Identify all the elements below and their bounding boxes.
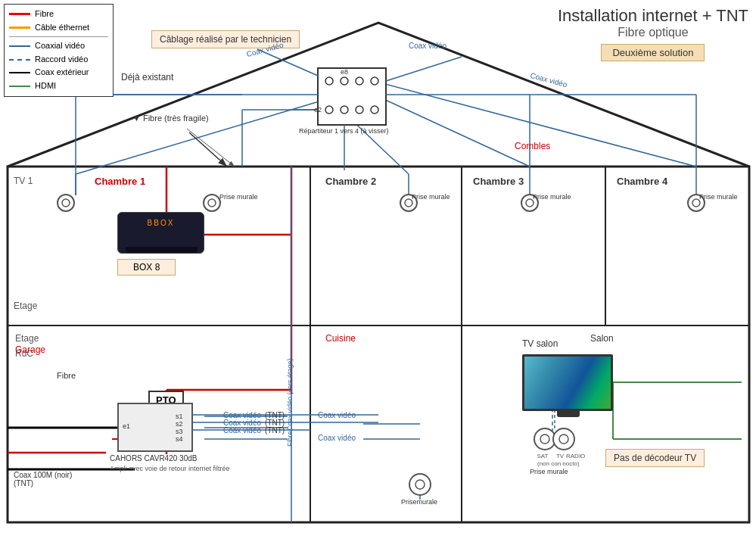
svg-line-51 (386, 57, 462, 81)
legend-label-ethernet: Câble éthernet (35, 21, 89, 35)
legend-item-ethernet: Câble éthernet (9, 21, 108, 35)
raccord-line-icon (9, 59, 30, 61)
no-decoder: Pas de décodeur TV (605, 449, 705, 467)
s1-label: s1 (176, 413, 183, 420)
main-canvas: VR e1 (0, 0, 756, 542)
legend: Fibre Câble éthernet Coaxial vidéo Racco… (4, 4, 114, 97)
svg-line-90 (187, 129, 235, 167)
prise-murale-ch3: Prise murale (533, 193, 571, 201)
legend-item-fibre: Fibre (9, 8, 108, 21)
solution-badge: Deuxième solution (601, 44, 705, 61)
coax-line-icon (9, 45, 30, 47)
chambre4-label: Chambre 4 (617, 176, 667, 187)
svg-point-58 (208, 199, 216, 207)
s4-label: s4 (176, 435, 183, 443)
legend-label-hdmi: HDMI (35, 79, 56, 93)
s3-label: s3 (176, 428, 183, 435)
chambre3-label: Chambre 3 (473, 176, 524, 187)
svg-point-68 (559, 435, 568, 444)
svg-line-19 (382, 83, 696, 167)
svg-rect-35 (318, 68, 386, 125)
etage-bottom-label: Etage (14, 301, 37, 311)
cahors-sub-label: Ampli avec voie de retour internet filtr… (110, 465, 230, 472)
coax-tnt-s3: Coax vidéo (223, 426, 261, 435)
tv-screen-content (524, 357, 611, 409)
fibre-line-icon (9, 13, 30, 15)
legend-item-hdmi: HDMI (9, 79, 108, 93)
tv-screen (522, 354, 613, 411)
fibre-label-garage: Fibre (57, 371, 76, 380)
distributor-label: Répartiteur 1 vers 4 (à visser) (299, 127, 405, 135)
cahors-label: CAHORS CAVR420 30dB (110, 454, 197, 463)
tnt-s3: (TNT) (265, 426, 285, 435)
tv1-label: TV 1 (14, 176, 33, 186)
svg-point-66 (540, 435, 549, 444)
box8-label: BOX 8 (117, 259, 176, 276)
coax-video-cuisine-1: Coax vidéo (318, 411, 356, 419)
e1-label: e1 (123, 422, 130, 430)
e8-label: e8 (341, 68, 348, 76)
title-sub: Fibre optique (558, 26, 748, 39)
legend-label-fibre: Fibre (35, 8, 54, 21)
box8-device: BBOX (117, 212, 204, 254)
legend-divider (9, 36, 108, 37)
title-box: Installation internet + TNT Fibre optiqu… (558, 6, 748, 61)
fibre-fragile-label: ▼ Fibre (très fragile) (132, 114, 209, 123)
svg-point-70 (415, 480, 425, 489)
tv-label: TV (552, 453, 568, 459)
s2-label: s2 (176, 420, 183, 428)
tv-salon-label: TV salon (522, 338, 558, 349)
coax-video-top-label: Coax vidéo (409, 42, 446, 50)
e2-label: e2 (314, 106, 322, 114)
prise-murale-ch2: Prise murale (412, 193, 450, 201)
legend-item-raccord: Raccord vidéo (9, 53, 108, 67)
svg-line-29 (189, 132, 227, 167)
hdmi-line-icon (9, 86, 30, 87)
coax-ext-line-icon (9, 72, 30, 73)
coax-video-etage-label: Fibre Coax vidéo (vers étage) (286, 356, 294, 447)
prise-murale-ch1: Prise murale (219, 193, 258, 201)
title-main: Installation internet + TNT (558, 6, 748, 26)
existing-label: Déjà existant (121, 72, 173, 83)
coax-video-cuisine-2: Coax vidéo (318, 434, 356, 442)
combles-label: Combles (515, 141, 550, 151)
ethernet-line-icon (9, 26, 30, 29)
tv-stand (557, 411, 580, 417)
cuisine-label: Cuisine (325, 333, 356, 344)
radio-label: RADIO (566, 453, 585, 459)
svg-point-56 (62, 199, 70, 207)
garage-label: Garage (15, 333, 45, 355)
legend-item-coax: Coaxial vidéo (9, 39, 108, 53)
legend-label-coax-ext: Coax extérieur (35, 66, 89, 79)
legend-label-raccord: Raccord vidéo (35, 53, 88, 67)
non-con-label: (non con nocto) (537, 460, 580, 467)
prise-murale-ch4: Prise murale (699, 193, 738, 201)
prise-murale-salon: Prise murale (530, 468, 568, 475)
prise-murale-cuisine: Prisemurale (401, 498, 437, 506)
legend-item-coax-ext: Coax extérieur (9, 66, 108, 79)
legend-label-coax: Coaxial vidéo (35, 39, 85, 53)
sat-label: SAT (534, 453, 551, 459)
box8-brand: BBOX (148, 219, 175, 227)
chambre1-label: Chambre 1 (95, 176, 145, 187)
chambre2-label: Chambre 2 (325, 176, 376, 187)
salon-label: Salon (590, 333, 614, 344)
coax-100m-label: Coax 100M (noir) (TNT) (14, 471, 72, 487)
